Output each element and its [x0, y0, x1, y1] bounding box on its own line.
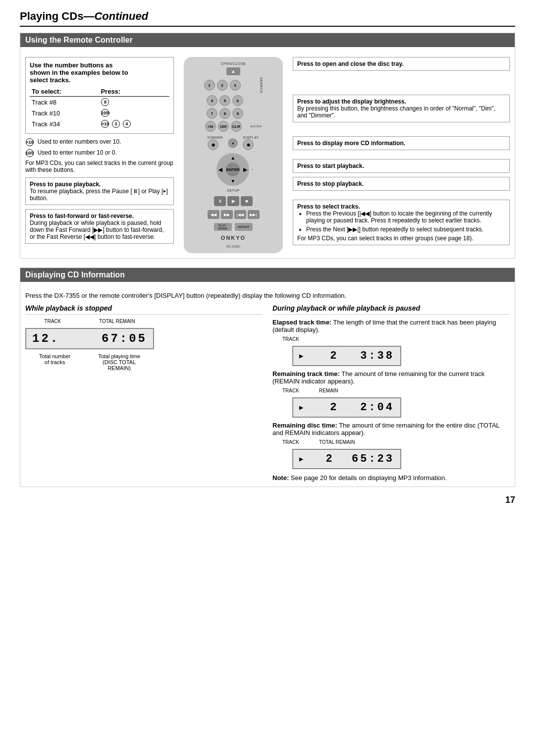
btn-4: 4	[123, 120, 131, 128]
nav-area: - ▲ ▼ ◀ ▶ ENTER +	[214, 153, 254, 186]
btn-over10-remote[interactable]: >10	[205, 121, 216, 132]
btn-clr[interactable]: CLR	[231, 121, 242, 132]
btn-2[interactable]: 2	[217, 80, 228, 91]
btn-5[interactable]: 5	[219, 95, 230, 106]
lcd-label-2: TRACK	[282, 336, 510, 342]
prev-btn[interactable]: |◀◀	[234, 210, 246, 219]
display-info-callout: Press to display more CD information.	[293, 136, 510, 150]
right-panel: Press to open and close the disc tray. P…	[293, 57, 510, 253]
stop-btn[interactable]: ■	[241, 196, 253, 206]
num-row-4: >10 10/0 CLR ENTER	[205, 121, 262, 132]
mode-row: PLAYMODE REPEAT	[214, 223, 253, 231]
model-number: RC-698C	[226, 245, 240, 248]
play-mode-btn[interactable]: PLAYMODE	[214, 223, 232, 231]
select-tracks-callout: Press to select tracks. Press the Previo…	[293, 200, 510, 245]
pause-callout: Press to pause playback. To resume playb…	[25, 177, 174, 205]
ten0-desc: 10/0 Used to enter number 10 or 0.	[25, 149, 174, 158]
select-tracks-list: Press the Previous [|◀◀] button to locat…	[297, 210, 505, 233]
note-section: Note: See page 20 for details on display…	[272, 474, 510, 482]
table-row: Track #8 8	[30, 97, 169, 108]
cd-intro: Press the DX-7355 or the remote controll…	[25, 292, 510, 299]
rew-btn[interactable]: ◀◀	[208, 210, 219, 219]
display-btn[interactable]: ◉	[243, 139, 254, 150]
remaining-disc-text: Remaining disc time: The amount of time …	[272, 422, 510, 436]
cd-info-section: Displaying CD Information Press the DX-7…	[20, 268, 515, 487]
nav-right-icon: ▶	[243, 167, 247, 172]
remote-controller-section: Using the Remote Controller Use the numb…	[20, 33, 515, 259]
num-row-1: 1 2 3 SEARCH	[204, 77, 263, 93]
btn-8-remote[interactable]: 8	[219, 108, 230, 119]
eject-button[interactable]: ▲	[226, 67, 240, 75]
lcd-display-3: ▶ 2 2:04	[292, 397, 401, 418]
btn-over10: >10	[101, 120, 109, 128]
remote-image-panel: OPEN/CLOSE ▲ 1 2 3 SEARCH 4 5 6	[179, 57, 288, 253]
btn-8: 8	[101, 98, 109, 106]
btn-4[interactable]: 4	[207, 95, 217, 106]
btn-10: 10/0	[101, 109, 109, 117]
remote-section-header: Using the Remote Controller	[20, 33, 515, 47]
lcd-label-row-1: TRACK TOTAL REMAIN	[25, 319, 154, 324]
start-playback-callout: Press to start playback.	[293, 159, 510, 173]
dimmer-display-row: DIMMER ◉ ▲ DISPLAY ◉	[208, 136, 259, 150]
num-row-3: 7 8 9	[207, 108, 260, 119]
lcd-display-2: ▶ 2 3:38	[292, 346, 401, 366]
btn-1[interactable]: 1	[204, 80, 215, 91]
fastforward-callout: Press to fast-forward or fast-reverse. D…	[25, 209, 174, 244]
page-number: 17	[20, 495, 515, 505]
cd-section-header: Displaying CD Information	[20, 268, 515, 282]
lcd-label-4: TRACK TOTAL REMAIN	[282, 439, 510, 445]
table-row: Track #10 10/0	[30, 108, 169, 118]
btn-3: 3	[112, 120, 120, 128]
stopped-subtitle: While playback is stopped	[25, 304, 263, 315]
nav-down-icon: ▼	[230, 178, 235, 184]
btn-7[interactable]: 7	[207, 108, 217, 119]
table-row: Track #34 >10 3 4	[30, 118, 169, 129]
lcd-display-4: ▶ 2 65:23	[292, 449, 401, 469]
lcd-sublabels-1: Total numberof tracks Total playing time…	[25, 353, 154, 371]
btn-9[interactable]: 9	[232, 108, 243, 119]
list-item: Press the Next [▶▶|] button repeatedly t…	[306, 226, 505, 233]
lcd-display-1: 12. 67:05	[25, 328, 154, 349]
playback-subtitle: During playback or while playback is pau…	[272, 304, 510, 315]
nav-wheel[interactable]: ▲ ▼ ◀ ▶ ENTER	[216, 153, 249, 186]
elapsed-text: Elapsed track time: The length of time t…	[272, 319, 510, 333]
left-panel: Use the number buttons as shown in the e…	[25, 57, 174, 253]
lcd-label-3: TRACK REMAIN	[282, 388, 510, 393]
cd-right-col: During playback or while playback is pau…	[272, 304, 510, 482]
onkyo-logo: ONKYO	[221, 235, 246, 241]
display-nav-center[interactable]: ▲	[228, 138, 238, 148]
page-title: Playing CDs—Continued	[20, 10, 515, 27]
dimmer-btn[interactable]: ◉	[208, 139, 218, 150]
brightness-callout: Press to adjust the display brightness. …	[293, 95, 510, 122]
mp3-note: For MP3 CDs, you can select tracks in th…	[25, 160, 174, 173]
repeat-btn[interactable]: REPEAT	[235, 223, 253, 231]
btn-3[interactable]: 3	[230, 80, 241, 91]
nav-left-icon: ◀	[218, 167, 222, 172]
track-table: To select: Press: Track #8 8 Track #10 1…	[30, 87, 169, 129]
intro-box: Use the number buttons as shown in the e…	[25, 57, 174, 134]
btn-6[interactable]: 6	[232, 95, 243, 106]
num-row-2: 4 5 6	[207, 95, 260, 106]
list-item: Press the Previous [|◀◀] button to locat…	[306, 210, 505, 224]
stop-playback-callout: Press to stop playback.	[293, 177, 510, 191]
play-btn[interactable]: ▶	[227, 196, 239, 206]
enter-btn[interactable]: ENTER	[226, 162, 240, 176]
cd-left-col: While playback is stopped TRACK TOTAL RE…	[25, 304, 263, 482]
remote-control-image: OPEN/CLOSE ▲ 1 2 3 SEARCH 4 5 6	[184, 57, 283, 253]
open-close-callout: Press to open and close the disc tray.	[293, 57, 510, 71]
next-btn[interactable]: ▶▶|	[248, 210, 260, 219]
btn-10-0[interactable]: 10/0	[218, 121, 229, 132]
seek-row: ◀◀ ▶▶ |◀◀ ▶▶|	[208, 210, 260, 219]
over10-desc: >10 Used to enter numbers over 10.	[25, 138, 174, 147]
pause-btn[interactable]: ⏸	[214, 196, 226, 206]
transport-row: ⏸ ▶ ■	[214, 196, 253, 206]
ff-btn[interactable]: ▶▶	[221, 210, 233, 219]
nav-up-icon: ▲	[230, 155, 235, 161]
remaining-track-text: Remaining track time: The amount of time…	[272, 370, 510, 385]
